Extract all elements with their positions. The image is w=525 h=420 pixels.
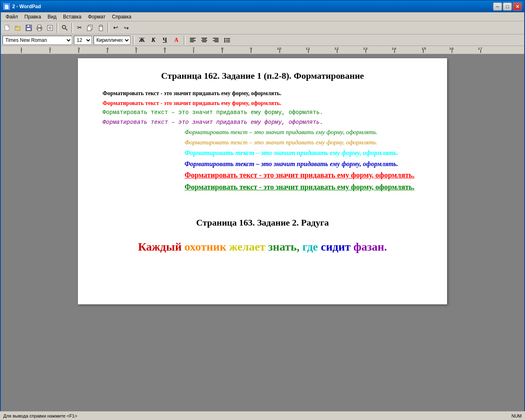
svg-text:10: 10 <box>277 47 281 50</box>
maximize-button[interactable]: □ <box>503 2 512 11</box>
text-line-1: Форматировать текст - это значит придава… <box>103 89 422 98</box>
svg-rect-9 <box>40 27 41 28</box>
format-separator-1 <box>133 36 135 45</box>
rainbow-word-5: где <box>302 240 318 253</box>
svg-rect-7 <box>38 25 41 27</box>
print-preview-button[interactable] <box>45 23 55 33</box>
svg-text:7: 7 <box>192 47 195 50</box>
svg-text:4: 4 <box>106 47 109 50</box>
cut-button[interactable]: ✂ <box>75 23 84 33</box>
svg-text:1: 1 <box>20 47 23 50</box>
minimize-button[interactable]: ─ <box>493 2 502 11</box>
undo-button[interactable]: ↩ <box>111 23 121 33</box>
ruler-inner: 1 2 3 4 5 6 7 8 9 <box>4 47 521 53</box>
menu-help[interactable]: Справка <box>109 13 135 21</box>
svg-rect-37 <box>4 47 521 53</box>
svg-point-13 <box>62 25 66 29</box>
menu-bar: Файл Правка Вид Вставка Формат Справка <box>1 12 524 21</box>
svg-rect-16 <box>87 26 91 31</box>
text-line-3: Форматировать текст – это значит придава… <box>103 109 422 117</box>
toolbar: ✂ ↩ ↩ <box>1 21 524 34</box>
text-line-10: Форматировать текст - это значит придава… <box>103 182 422 192</box>
page2-title: Страница 163. Задание 2. Радуга <box>103 217 422 228</box>
new-button[interactable] <box>2 23 12 33</box>
title-bar: 📄 2 - WordPad ─ □ ✕ <box>1 1 524 12</box>
copy-button[interactable] <box>85 23 95 33</box>
ruler: 1 2 3 4 5 6 7 8 9 <box>1 46 524 54</box>
rainbow-word-2: охотник <box>185 240 226 253</box>
svg-text:14: 14 <box>392 47 396 50</box>
format-bar: Times New Roman 12 Кириллический Ж К Ч А <box>1 34 524 46</box>
rainbow-word-4: знать, <box>268 240 299 253</box>
close-button[interactable]: ✕ <box>513 2 522 11</box>
underline-button[interactable]: Ч <box>160 36 170 45</box>
svg-text:8: 8 <box>221 47 224 50</box>
align-right-button[interactable] <box>211 36 221 45</box>
toolbar-separator-3 <box>107 23 109 33</box>
svg-point-33 <box>224 39 226 41</box>
window-controls: ─ □ ✕ <box>493 2 522 11</box>
window-title: 2 - WordPad <box>12 4 41 9</box>
list-button[interactable] <box>222 36 232 45</box>
font-selector[interactable]: Times New Roman <box>2 36 72 45</box>
menu-view[interactable]: Вид <box>44 13 60 21</box>
paste-button[interactable] <box>96 23 106 33</box>
svg-text:16: 16 <box>449 47 454 50</box>
align-left-button[interactable] <box>188 36 198 45</box>
align-center-button[interactable] <box>199 36 209 45</box>
svg-point-31 <box>224 38 226 39</box>
bold-button[interactable]: Ж <box>137 36 147 45</box>
svg-rect-4 <box>27 25 30 27</box>
svg-rect-18 <box>100 25 102 27</box>
status-bar: Для вывода справки нажмите <F1> NUM <box>0 411 525 420</box>
menu-format[interactable]: Формат <box>84 13 109 21</box>
menu-insert[interactable]: Вставка <box>60 13 85 21</box>
text-line-2: Форматировать текст - это значит придава… <box>103 99 422 107</box>
status-hint: Для вывода справки нажмите <F1> <box>3 413 77 418</box>
find-button[interactable] <box>60 23 70 33</box>
svg-text:2: 2 <box>49 47 51 50</box>
italic-button[interactable]: К <box>148 36 158 45</box>
text-line-6: Форматировать текст – это значит придава… <box>103 138 422 147</box>
color-button[interactable]: А <box>171 36 181 45</box>
svg-line-14 <box>65 28 67 30</box>
svg-rect-2 <box>15 26 17 27</box>
svg-text:9: 9 <box>250 47 252 50</box>
format-separator-2 <box>184 36 185 45</box>
svg-point-35 <box>224 41 226 42</box>
rainbow-word-1: Каждый <box>138 240 181 253</box>
svg-text:6: 6 <box>164 47 166 50</box>
menu-file[interactable]: Файл <box>2 13 21 21</box>
text-line-4: Форматировать текст – это значит придава… <box>103 119 422 127</box>
app-icon: 📄 <box>3 3 10 10</box>
charset-selector[interactable]: Кириллический <box>94 36 130 45</box>
svg-text:13: 13 <box>363 47 368 50</box>
svg-text:12: 12 <box>334 47 339 50</box>
rainbow-word-3: желает <box>229 240 265 253</box>
open-button[interactable] <box>13 23 23 33</box>
rainbow-sentence: Каждый охотник желает знать, где сидит ф… <box>103 240 422 253</box>
rainbow-word-6: сидит <box>321 240 351 253</box>
text-line-9: Форматировать текст - это значит придава… <box>103 170 422 180</box>
svg-rect-8 <box>38 29 41 31</box>
page1-title: Страница 162. Задание 1 (п.2-8). Формати… <box>103 71 422 81</box>
svg-text:17: 17 <box>478 47 482 50</box>
text-line-8: Форматировать текст – это значит придава… <box>103 160 422 169</box>
svg-text:5: 5 <box>135 47 137 50</box>
status-mode: NUM <box>511 413 522 418</box>
svg-text:3: 3 <box>78 47 80 50</box>
print-button[interactable] <box>34 23 44 33</box>
font-size-selector[interactable]: 12 <box>74 36 92 45</box>
text-line-7: Форматировать текст – это значит придава… <box>103 148 422 158</box>
svg-rect-5 <box>27 28 31 30</box>
toolbar-separator-1 <box>57 23 58 33</box>
rainbow-word-7: фазан. <box>354 240 387 253</box>
document-page[interactable]: Страница 162. Задание 1 (п.2-8). Формати… <box>78 58 447 304</box>
save-button[interactable] <box>24 23 34 33</box>
svg-point-12 <box>50 27 50 28</box>
toolbar-separator-2 <box>71 23 73 33</box>
svg-text:11: 11 <box>306 47 310 50</box>
redo-button[interactable]: ↩ <box>121 23 131 33</box>
text-line-5: Форматировать текст – это значит придава… <box>103 128 422 137</box>
menu-edit[interactable]: Правка <box>21 13 45 21</box>
